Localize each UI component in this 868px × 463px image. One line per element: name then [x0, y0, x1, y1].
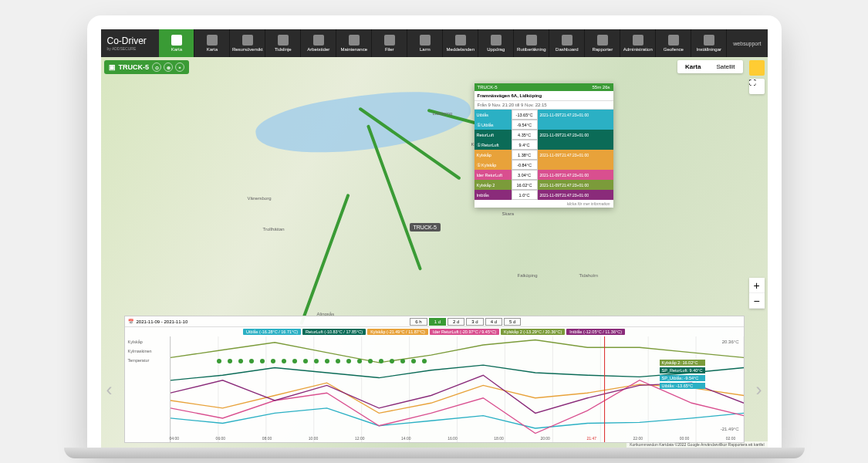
event-dot[interactable] — [260, 359, 265, 363]
nav-label: Arbetstider — [307, 47, 329, 52]
x-tick: 21:47 — [586, 436, 596, 441]
vehicle-badge[interactable]: ▣ TRUCK-5 ⊙ ⊗ » — [104, 60, 190, 74]
line-chart[interactable]: 20.36°C -21.49°C Kylskåp 2: 16.02°CSP_Re… — [170, 336, 744, 442]
time-btn-5d[interactable]: 5 d — [504, 318, 521, 326]
app-screen: Co-Driver by ADDSECURE KartaKartaResursö… — [101, 29, 768, 448]
event-dot[interactable] — [379, 359, 383, 363]
status-icon[interactable]: ⊙ — [152, 63, 161, 72]
x-tick: 06:00 — [216, 436, 226, 441]
zoom-control: + − — [749, 278, 765, 309]
sensor-timestamp: 2021-11-09T21:47:23+01:00 — [538, 130, 613, 140]
calendar-icon[interactable]: 📅 — [128, 319, 133, 324]
nav-item-karta[interactable]: Karta — [194, 29, 230, 57]
nav-icon — [242, 35, 253, 46]
forward-icon[interactable]: » — [175, 63, 184, 72]
event-dot[interactable] — [368, 359, 373, 363]
event-dot[interactable] — [228, 359, 232, 363]
event-dot[interactable] — [271, 359, 275, 363]
event-dot[interactable] — [292, 359, 297, 363]
nav-item-geofence[interactable]: Geofence — [656, 29, 691, 57]
legend-item[interactable]: ReturLuft (-10.83°C / 17.85°C) — [302, 329, 366, 335]
nav-item-uppdrag[interactable]: Uppdrag — [478, 29, 514, 57]
zoom-in-button[interactable]: + — [749, 278, 765, 293]
sensor-value: -13.65°C — [512, 110, 538, 120]
legend-item[interactable]: Kylskåp 2 (-13.29°C / 20.36°C) — [501, 329, 565, 335]
nav-label: Ruttberäkning — [517, 47, 545, 52]
event-dot[interactable] — [249, 359, 254, 363]
event-dot[interactable] — [336, 359, 340, 363]
app-logo: Co-Driver by ADDSECURE — [101, 29, 160, 57]
nav-item-karta[interactable]: Karta — [159, 29, 194, 57]
nav-icon — [704, 35, 714, 46]
event-dot[interactable] — [411, 359, 416, 363]
time-btn-2d[interactable]: 2 d — [448, 318, 464, 326]
fullscreen-button[interactable]: ⛶ — [749, 79, 765, 94]
nav-item-resursöversikt[interactable]: Resursöversikt — [230, 29, 265, 57]
event-dot[interactable] — [422, 359, 427, 363]
map-type-toggle: Karta Satellit — [677, 60, 742, 73]
nav-icon — [562, 35, 572, 46]
legend-item[interactable]: Intblås (-12.05°C / 11.36°C) — [566, 329, 625, 335]
x-tick: 10:00 — [309, 436, 319, 441]
event-dot[interactable] — [346, 359, 351, 363]
sensor-row: Utblås-13.65°C2021-11-09T21:47:23+01:00 — [475, 110, 613, 120]
event-dot[interactable] — [282, 359, 286, 363]
legend-item[interactable]: Utblås (-16.28°C / 16.71°C) — [243, 329, 301, 335]
status-icon[interactable]: ⊗ — [164, 63, 173, 72]
time-btn-6h[interactable]: 6 h — [410, 318, 427, 326]
event-dot[interactable] — [357, 359, 362, 363]
popup-header: TRUCK-5 55m 26s — [475, 83, 613, 91]
sensor-value: 1.0°C — [512, 190, 538, 200]
event-dot[interactable] — [238, 359, 243, 363]
nav-item-inställningar[interactable]: Inställningar — [691, 29, 727, 57]
event-dot[interactable] — [217, 359, 221, 363]
event-dot[interactable] — [303, 359, 308, 363]
nav-item-larm[interactable]: Larm — [407, 29, 443, 57]
sensor-timestamp: 2021-11-09T21:47:23+01:00 — [538, 110, 613, 120]
legend-item[interactable]: Ider ReturLuft (-20.97°C / 9.45°C) — [430, 329, 499, 335]
time-btn-4d[interactable]: 4 d — [485, 318, 502, 326]
event-dot[interactable] — [325, 359, 329, 363]
nav-label: Administration — [623, 47, 653, 52]
nav-icon — [633, 35, 643, 46]
nav-item-maintenance[interactable]: Maintenance — [336, 29, 372, 57]
route-segment — [299, 194, 350, 326]
websupport-link[interactable]: websupport — [727, 29, 767, 57]
scroll-left-button[interactable]: ‹ — [106, 379, 113, 400]
nav-item-dashboard[interactable]: Dashboard — [549, 29, 585, 57]
sensor-value: 4.35°C — [512, 130, 538, 140]
chart-svg — [171, 336, 744, 442]
event-dot[interactable] — [314, 359, 319, 363]
nav-item-arbetstider[interactable]: Arbetstider — [301, 29, 336, 57]
nav-item-filer[interactable]: Filer — [372, 29, 407, 57]
event-dot[interactable] — [400, 359, 405, 363]
map-type-satellite[interactable]: Satellit — [708, 60, 742, 73]
event-dot[interactable] — [390, 359, 394, 363]
x-tick: 08:00 — [262, 436, 272, 441]
event-dots — [217, 358, 736, 364]
nav-item-administration[interactable]: Administration — [620, 29, 656, 57]
nav-item-tidslinje[interactable]: Tidslinje — [265, 29, 301, 57]
sensor-row: ① Utblås-9.54°C — [475, 120, 613, 130]
city-label: Falköping — [518, 273, 538, 278]
nav-item-rapporter[interactable]: Rapporter — [585, 29, 620, 57]
time-btn-3d[interactable]: 3 d — [466, 318, 483, 326]
time-btn-1d[interactable]: 1 d — [429, 318, 446, 326]
vehicle-marker[interactable]: TRUCK-5 — [410, 223, 441, 231]
sensor-timestamp — [538, 120, 613, 130]
legend-item[interactable]: Kylskåp (-21.49°C / 11.87°C) — [367, 329, 428, 335]
nav-icon — [384, 35, 395, 46]
pegman-icon[interactable] — [749, 60, 765, 76]
nav-label: Karta — [207, 47, 218, 52]
zoom-out-button[interactable]: − — [749, 293, 765, 309]
scroll-right-button[interactable]: › — [756, 379, 762, 400]
nav-item-ruttberäkning[interactable]: Ruttberäkning — [514, 29, 549, 57]
date-range[interactable]: 2021-11-09 - 2021-11-10 — [137, 319, 188, 324]
map-type-map[interactable]: Karta — [677, 60, 708, 73]
popup-location: Framnäsvägen 6A, Lidköping — [475, 91, 613, 101]
nav-item-meddelanden[interactable]: Meddelanden — [443, 29, 478, 57]
app-vendor: by ADDSECURE — [107, 46, 154, 51]
popup-footer[interactable]: klicka för mer information — [475, 200, 613, 208]
x-tick: 02:00 — [726, 436, 736, 441]
sensor-timestamp: 2021-11-09T21:47:23+01:00 — [538, 180, 613, 190]
